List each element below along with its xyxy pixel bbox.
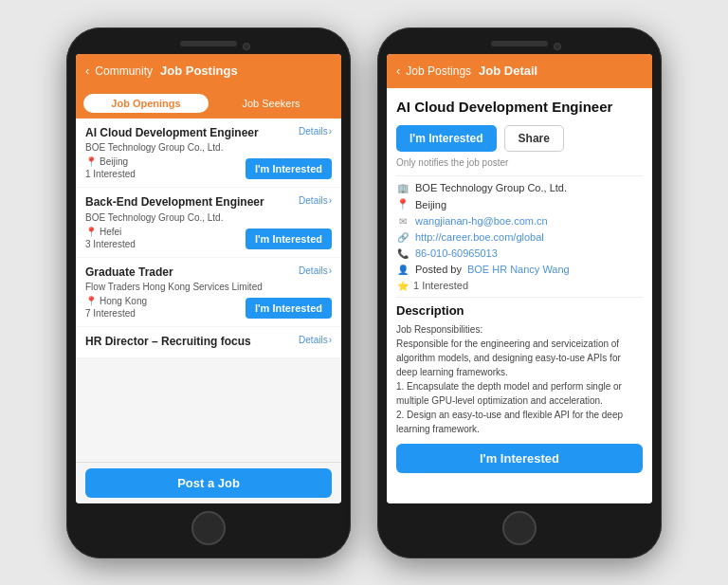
phone-icon (396, 247, 410, 259)
back-arrow-list (85, 64, 89, 78)
detail-email[interactable]: wangjianan-hg@boe.com.cn (415, 215, 548, 227)
detail-job-title: AI Cloud Development Engineer (396, 98, 643, 117)
job-title-1: AI Cloud Development Engineer (85, 126, 299, 141)
details-link-2[interactable]: Details (299, 195, 332, 206)
header-title-list: Job Postings (160, 64, 238, 78)
post-job-button[interactable]: Post a Job (85, 468, 332, 498)
pin-icon-2 (85, 227, 97, 237)
phone-screen-detail: Job Postings Job Detail AI Cloud Develop… (387, 54, 652, 503)
job-item-1: AI Cloud Development Engineer Details BO… (76, 119, 341, 188)
job-title-2: Back-End Development Engineer (85, 195, 299, 210)
email-icon (396, 215, 410, 227)
tab-job-seekers[interactable]: Job Seekers (209, 94, 334, 113)
phone-list: Community Job Postings Job Openings Job … (66, 27, 351, 558)
location-icon: 📍 (396, 198, 410, 210)
job-item-4: HR Director – Recruiting focus Details (76, 327, 341, 357)
detail-phone-row: 86-010-60965013 (396, 247, 643, 259)
detail-actions: I'm Interested Share (396, 125, 643, 152)
back-label-detail[interactable]: Job Postings (406, 64, 471, 78)
details-link-1[interactable]: Details (299, 126, 332, 137)
divider-2 (396, 297, 643, 298)
job-title-4: HR Director – Recruiting focus (85, 335, 299, 350)
job-company-2: BOE Technology Group Co., Ltd. (85, 212, 332, 223)
detail-posted-prefix: Posted by (415, 264, 462, 275)
phone-camera-2 (554, 43, 561, 50)
job-location-2: Hefei (85, 227, 136, 237)
link-icon (396, 231, 410, 243)
home-button-1[interactable] (191, 511, 226, 545)
job-location-3: Hong Kong (85, 296, 147, 306)
detail-desc-title: Description (396, 303, 643, 318)
tab-job-openings[interactable]: Job Openings (83, 94, 209, 113)
job-company-1: BOE Technology Group Co., Ltd. (85, 142, 332, 153)
detail-company: BOE Technology Group Co., Ltd. (415, 182, 567, 193)
header-bar-list: Community Job Postings (76, 54, 341, 88)
job-location-1: Beijing (85, 156, 136, 167)
detail-email-row: wangjianan-hg@boe.com.cn (396, 215, 643, 227)
detail-interested-count: 1 Interested (413, 280, 468, 291)
pin-icon-1 (85, 156, 97, 167)
detail-posted-row: Posted by BOE HR Nancy Wang (396, 264, 643, 275)
job-interested-1: 1 Interested (85, 169, 136, 179)
job-title-3: Graduate Trader (85, 265, 299, 281)
post-job-bar: Post a Job (76, 462, 341, 503)
detail-posted-by[interactable]: BOE HR Nancy Wang (467, 264, 570, 275)
phones-container: Community Job Postings Job Openings Job … (47, 9, 681, 577)
home-button-2[interactable] (502, 511, 537, 545)
job-item-2: Back-End Development Engineer Details BO… (76, 188, 341, 257)
job-list: AI Cloud Development Engineer Details BO… (76, 119, 341, 462)
star-icon (396, 280, 410, 291)
detail-bottom-interested-button[interactable]: I'm Interested (396, 444, 643, 473)
header-title-detail: Job Detail (479, 64, 537, 78)
detail-screen: AI Cloud Development Engineer I'm Intere… (387, 88, 652, 503)
phone-detail: Job Postings Job Detail AI Cloud Develop… (377, 27, 662, 558)
phone-camera (243, 43, 250, 50)
detail-interested-button[interactable]: I'm Interested (396, 125, 497, 152)
detail-company-row: BOE Technology Group Co., Ltd. (396, 182, 643, 193)
interested-btn-3[interactable]: I'm Interested (246, 298, 332, 319)
job-company-3: Flow Traders Hong Kong Services Limited (85, 282, 332, 292)
detail-note: Only notifies the job poster (396, 157, 643, 168)
detail-website[interactable]: http://career.boe.com/global (415, 231, 544, 243)
detail-interested-row: 1 Interested (396, 280, 643, 291)
detail-desc-text: Job Responsibilities:Responsible for the… (396, 322, 643, 436)
phone-speaker-2 (491, 41, 548, 46)
detail-location: Beijing (415, 199, 446, 210)
phone-speaker (180, 41, 237, 46)
pin-icon-3 (85, 296, 97, 306)
interested-btn-1[interactable]: I'm Interested (246, 158, 332, 179)
job-item-3: Graduate Trader Details Flow Traders Hon… (76, 258, 341, 327)
back-label-list[interactable]: Community (95, 64, 153, 78)
detail-phone[interactable]: 86-010-60965013 (415, 247, 498, 259)
detail-location-row: 📍 Beijing (396, 198, 643, 210)
detail-website-row: http://career.boe.com/global (396, 231, 643, 243)
building-icon (396, 182, 410, 193)
job-interested-2: 3 Interested (85, 239, 136, 249)
person-icon (396, 264, 410, 275)
job-interested-3: 7 Interested (85, 308, 147, 319)
phone-screen-list: Community Job Postings Job Openings Job … (76, 54, 341, 503)
header-bar-detail: Job Postings Job Detail (387, 54, 652, 88)
details-link-4[interactable]: Details (299, 335, 332, 345)
back-arrow-detail (396, 64, 400, 78)
tab-bar: Job Openings Job Seekers (76, 88, 341, 119)
details-link-3[interactable]: Details (299, 265, 332, 276)
interested-btn-2[interactable]: I'm Interested (246, 229, 332, 249)
detail-share-button[interactable]: Share (504, 125, 564, 152)
divider-1 (396, 175, 643, 176)
